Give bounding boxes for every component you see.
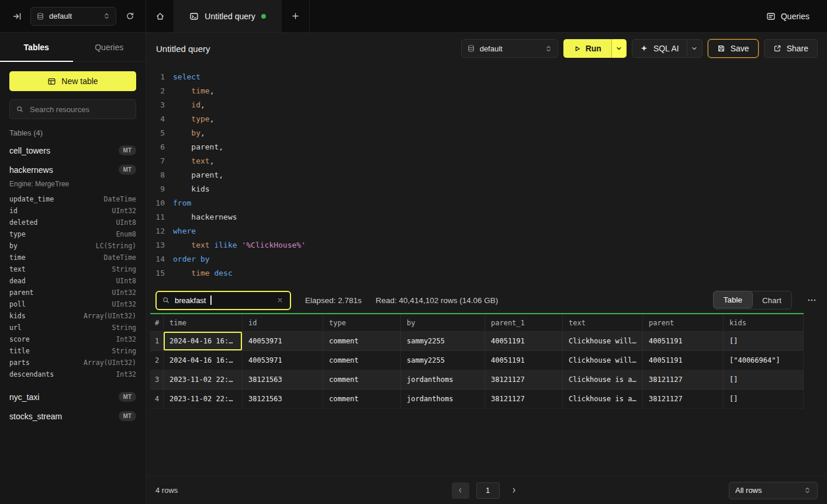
- table-cell[interactable]: Clickhouse will …: [563, 351, 643, 370]
- code-token: parent: [191, 171, 219, 179]
- table-cell[interactable]: 40053971: [243, 332, 323, 351]
- table-cell[interactable]: Clickhouse is a …: [563, 390, 643, 409]
- run-button[interactable]: Run: [563, 39, 611, 58]
- table-cell[interactable]: 38121563: [243, 390, 323, 409]
- table-cell[interactable]: []: [724, 332, 804, 351]
- results-search-value: breakfast: [175, 296, 206, 305]
- table-cell[interactable]: 2023-11-02 22:56…: [164, 390, 243, 409]
- column-type: UInt8: [116, 277, 136, 285]
- column-name: time: [9, 253, 26, 262]
- line-number: 2: [146, 84, 165, 98]
- column-type: DateTime: [104, 253, 136, 262]
- table-cell[interactable]: 2024-04-16 16:24…: [164, 332, 243, 351]
- column-header[interactable]: by: [401, 314, 485, 332]
- run-options-button[interactable]: [611, 39, 627, 58]
- table-cell[interactable]: 38121127: [485, 390, 563, 409]
- sql-ai-options-button[interactable]: [687, 40, 702, 57]
- chevron-right-icon: [510, 486, 518, 494]
- results-area: #timeidtypebyparent_1textparentkids 1202…: [146, 313, 827, 476]
- line-number: 11: [146, 210, 165, 224]
- row-number[interactable]: 2: [150, 351, 164, 370]
- table-cell[interactable]: comment: [323, 370, 401, 390]
- table-cell[interactable]: 38121127: [485, 370, 563, 390]
- sql-editor[interactable]: 1select2 time,3 id,4 type,5 by,6 parent,…: [146, 64, 827, 284]
- queries-button-label: Queries: [781, 12, 809, 21]
- home-tab[interactable]: [146, 0, 174, 32]
- code-token: by: [191, 128, 200, 137]
- table-cell[interactable]: comment: [323, 351, 401, 370]
- code-token: from: [173, 199, 191, 207]
- table-column-row: titleString: [0, 345, 146, 357]
- code-token: [173, 86, 191, 95]
- topbar-database-selector[interactable]: default: [30, 7, 116, 26]
- table-cell[interactable]: comment: [323, 332, 401, 351]
- page-size-selector[interactable]: All rows: [729, 482, 818, 499]
- sidebar-item-table-cell_towers[interactable]: cell_towersMT: [0, 141, 146, 160]
- play-icon: [573, 45, 581, 53]
- column-header[interactable]: parent_1: [485, 314, 563, 332]
- column-header[interactable]: time: [164, 314, 243, 332]
- table-cell[interactable]: 38121563: [243, 370, 323, 390]
- column-header[interactable]: parent: [643, 314, 724, 332]
- table-cell[interactable]: 38121127: [643, 370, 724, 390]
- results-search-input[interactable]: breakfast: [155, 291, 291, 310]
- table-cell[interactable]: jordanthoms: [401, 390, 485, 409]
- previous-page-button[interactable]: [452, 482, 469, 499]
- more-options-button[interactable]: [806, 294, 818, 306]
- column-header[interactable]: #: [150, 314, 164, 332]
- row-number[interactable]: 4: [150, 390, 164, 409]
- sql-ai-button[interactable]: SQL AI: [632, 40, 687, 57]
- table-cell[interactable]: Clickhouse is a …: [563, 370, 643, 390]
- sidebar-item-table-stocks_stream[interactable]: stocks_streamMT: [0, 406, 146, 426]
- table-cell[interactable]: 40051191: [643, 351, 724, 370]
- row-number[interactable]: 3: [150, 370, 164, 390]
- line-number: 8: [146, 168, 165, 182]
- line-number: 7: [146, 154, 165, 168]
- view-tab-table[interactable]: Table: [713, 291, 753, 308]
- table-cell[interactable]: []: [724, 370, 804, 390]
- table-cell[interactable]: 40051191: [485, 351, 563, 370]
- new-tab-button[interactable]: [282, 0, 310, 32]
- query-database-selector[interactable]: default: [461, 39, 558, 58]
- table-cell[interactable]: 2023-11-02 22:56…: [164, 370, 243, 390]
- view-tab-chart[interactable]: Chart: [752, 291, 791, 309]
- table-cell[interactable]: 38121127: [643, 390, 724, 409]
- sidebar-item-table-hackernews[interactable]: hackernewsMT: [0, 160, 146, 179]
- current-page-indicator[interactable]: 1: [476, 482, 500, 499]
- refresh-button[interactable]: [122, 9, 137, 24]
- table-cell[interactable]: 40053971: [243, 351, 323, 370]
- table-cell[interactable]: 40051191: [485, 332, 563, 351]
- table-cell[interactable]: 2024-04-16 16:24…: [164, 351, 243, 370]
- row-number[interactable]: 1: [150, 332, 164, 351]
- table-cell[interactable]: []: [724, 390, 804, 409]
- table-cell[interactable]: sammy2255: [401, 351, 485, 370]
- table-column-row: descendantsInt32: [0, 369, 146, 380]
- column-name: parent: [9, 289, 34, 297]
- save-button[interactable]: Save: [708, 39, 759, 58]
- search-resources-input[interactable]: [29, 105, 130, 114]
- next-page-button[interactable]: [507, 482, 522, 499]
- clear-search-button[interactable]: [275, 296, 285, 305]
- table-cell[interactable]: jordanthoms: [401, 370, 485, 390]
- sidebar-item-table-nyc_taxi[interactable]: nyc_taxiMT: [0, 387, 146, 406]
- table-cell[interactable]: ["40066964"]: [724, 351, 804, 370]
- column-header[interactable]: kids: [724, 314, 804, 332]
- table-cell[interactable]: Clickhouse will …: [563, 332, 643, 351]
- column-header[interactable]: text: [563, 314, 643, 332]
- column-header[interactable]: type: [323, 314, 401, 332]
- query-header: Untitled query default Run: [146, 33, 827, 64]
- code-token: [173, 269, 191, 277]
- column-header[interactable]: id: [243, 314, 323, 332]
- queries-button[interactable]: Queries: [763, 11, 813, 22]
- new-table-button[interactable]: New table: [9, 71, 136, 91]
- collapse-sidebar-button[interactable]: [9, 9, 25, 24]
- chevron-down-icon: [615, 45, 622, 52]
- share-button[interactable]: Share: [764, 39, 818, 58]
- table-cell[interactable]: sammy2255: [401, 332, 485, 351]
- tab-untitled-query[interactable]: Untitled query: [174, 0, 282, 32]
- sidebar-tab-tables[interactable]: Tables: [0, 33, 73, 61]
- line-number: 3: [146, 98, 165, 112]
- table-cell[interactable]: comment: [323, 390, 401, 409]
- sidebar-tab-queries[interactable]: Queries: [73, 33, 146, 61]
- table-cell[interactable]: 40051191: [643, 332, 724, 351]
